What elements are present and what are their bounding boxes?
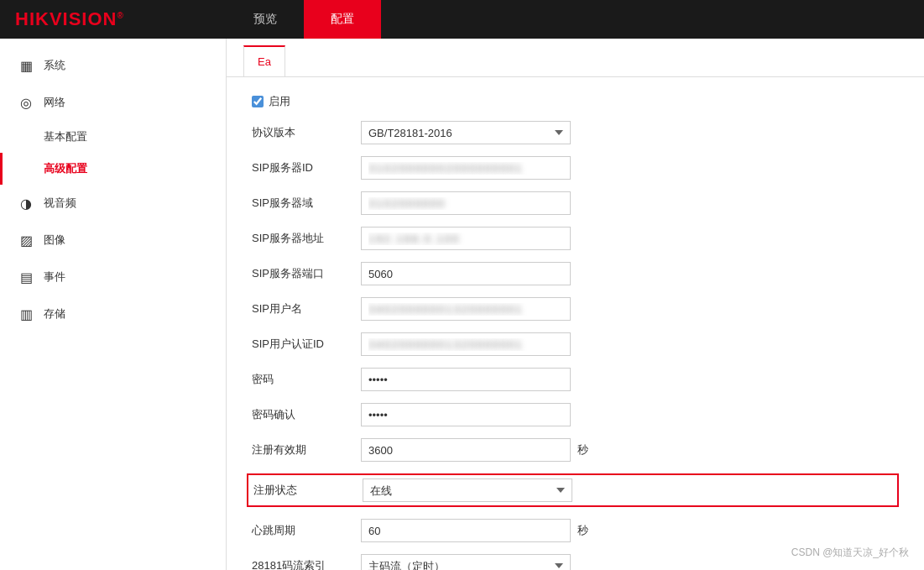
label-sip-server-id: SIP服务器ID (252, 160, 361, 175)
form-row-heartbeat-period: 心跳周期 秒 (252, 519, 899, 542)
nav-tab-preview[interactable]: 预览 (227, 0, 304, 39)
input-sip-server-addr[interactable] (361, 227, 571, 250)
label-heartbeat-period: 心跳周期 (252, 523, 361, 538)
label-sip-server-addr: SIP服务器地址 (252, 231, 361, 246)
network-icon: ◎ (17, 93, 35, 112)
sidebar-item-label-event: 事件 (44, 269, 65, 285)
input-reg-expiry[interactable] (361, 438, 571, 462)
nav-tab-config[interactable]: 配置 (304, 0, 381, 39)
content-tab-ea[interactable]: Ea (243, 45, 285, 76)
sidebar-item-network[interactable]: ◎ 网络 (0, 84, 226, 121)
form-row-reg-expiry: 注册有效期 秒 (252, 438, 899, 462)
sidebar-item-basic-config[interactable]: 基本配置 (0, 121, 226, 153)
input-sip-server-domain[interactable] (361, 191, 571, 215)
main-layout: ▦ 系统 ◎ 网络 基本配置 高级配置 ◑ 视音频 ▨ 图像 ▤ 事件 ▥ 存储… (0, 39, 924, 570)
label-password: 密码 (252, 372, 361, 387)
sidebar-item-advanced-config[interactable]: 高级配置 (0, 153, 226, 185)
content-tabs: Ea (227, 39, 924, 77)
select-reg-status[interactable]: 在线 离线 (363, 478, 572, 502)
watermark: CSDN @知道天凉_好个秋 (791, 546, 909, 560)
label-stream-index: 28181码流索引 (252, 558, 361, 570)
top-nav: HIKVISION® 预览 配置 (0, 0, 924, 39)
sidebar-item-label-image: 图像 (44, 233, 65, 248)
form-row-sip-server-port: SIP服务器端口 (252, 262, 899, 285)
form-row-sip-server-id: SIP服务器ID (252, 156, 899, 180)
form-area: 启用 协议版本 GB/T28181-2016 GB/T28181-2011 SI… (227, 77, 924, 570)
form-row-password: 密码 (252, 368, 899, 391)
sidebar-item-label-storage: 存储 (44, 306, 65, 322)
select-stream-index[interactable]: 主码流（定时） 子码流（定时） (361, 554, 571, 570)
content-area: Ea 启用 协议版本 GB/T28181-2016 GB/T28181-2011… (227, 39, 924, 570)
form-row-sip-user-auth-id: SIP用户认证ID (252, 332, 899, 356)
nav-tabs: 预览 配置 (227, 0, 381, 39)
sidebar-item-av[interactable]: ◑ 视音频 (0, 185, 226, 222)
label-reg-expiry: 注册有效期 (252, 442, 361, 458)
sidebar-item-label-network: 网络 (44, 95, 65, 110)
brand-name-text: HIKVISION (15, 8, 117, 29)
sidebar-item-system[interactable]: ▦ 系统 (0, 47, 226, 84)
label-sip-server-domain: SIP服务器域 (252, 196, 361, 211)
label-sip-server-port: SIP服务器端口 (252, 266, 361, 281)
image-icon: ▨ (17, 231, 35, 249)
form-row-reg-status: 注册状态 在线 离线 (247, 473, 899, 507)
event-icon: ▤ (17, 268, 35, 286)
sidebar: ▦ 系统 ◎ 网络 基本配置 高级配置 ◑ 视音频 ▨ 图像 ▤ 事件 ▥ 存储 (0, 39, 227, 570)
input-heartbeat-period[interactable] (361, 519, 571, 542)
input-sip-server-id[interactable] (361, 156, 571, 180)
form-row-sip-server-addr: SIP服务器地址 (252, 227, 899, 250)
enable-label: 启用 (269, 94, 290, 109)
label-password-confirm: 密码确认 (252, 407, 361, 422)
input-sip-username[interactable] (361, 297, 571, 321)
storage-icon: ▥ (17, 305, 35, 323)
brand-reg: ® (117, 11, 123, 20)
sidebar-item-label-system: 系统 (44, 58, 65, 73)
logo-area: HIKVISION® (0, 8, 227, 30)
input-password-confirm[interactable] (361, 403, 571, 426)
input-sip-user-auth-id[interactable] (361, 332, 571, 356)
select-protocol-version[interactable]: GB/T28181-2016 GB/T28181-2011 (361, 121, 571, 144)
label-sip-username: SIP用户名 (252, 301, 361, 316)
unit-reg-expiry: 秒 (577, 442, 588, 458)
sidebar-item-event[interactable]: ▤ 事件 (0, 259, 226, 295)
input-password[interactable] (361, 368, 571, 391)
av-icon: ◑ (17, 194, 35, 212)
sidebar-item-image[interactable]: ▨ 图像 (0, 222, 226, 259)
label-reg-status: 注册状态 (253, 483, 363, 498)
form-row-protocol-version: 协议版本 GB/T28181-2016 GB/T28181-2011 (252, 121, 899, 144)
system-icon: ▦ (17, 56, 35, 75)
unit-heartbeat-period: 秒 (577, 523, 588, 538)
form-row-sip-server-domain: SIP服务器域 (252, 191, 899, 215)
enable-checkbox[interactable] (252, 96, 264, 107)
label-sip-user-auth-id: SIP用户认证ID (252, 337, 361, 352)
sidebar-item-storage[interactable]: ▥ 存储 (0, 295, 226, 332)
input-sip-server-port[interactable] (361, 262, 571, 285)
brand-name: HIKVISION® (15, 8, 124, 30)
label-protocol-version: 协议版本 (252, 125, 361, 140)
form-row-sip-username: SIP用户名 (252, 297, 899, 321)
sidebar-item-label-av: 视音频 (44, 196, 76, 211)
form-row-password-confirm: 密码确认 (252, 403, 899, 426)
enable-checkbox-row: 启用 (252, 94, 899, 109)
